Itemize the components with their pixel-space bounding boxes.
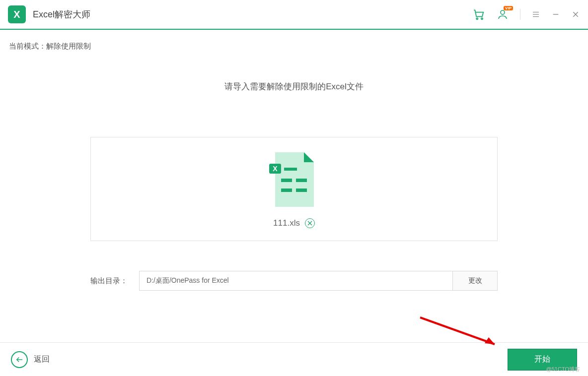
- change-button[interactable]: 更改: [453, 271, 498, 291]
- menu-icon[interactable]: [531, 10, 540, 19]
- logo-letter: X: [13, 9, 20, 20]
- svg-rect-13: [296, 188, 307, 192]
- mode-row: 当前模式：解除使用限制: [0, 30, 588, 51]
- file-name-row: 111.xls: [273, 218, 315, 228]
- watermark: @51CTO博客: [546, 366, 580, 373]
- footer: 返回 开始: [0, 342, 588, 376]
- back-arrow-icon: [11, 351, 28, 368]
- svg-rect-12: [281, 188, 292, 192]
- back-label: 返回: [34, 354, 50, 365]
- mode-label: 当前模式：: [9, 42, 46, 50]
- minimize-icon[interactable]: [551, 10, 560, 19]
- remove-file-icon[interactable]: [305, 218, 315, 228]
- svg-rect-10: [281, 179, 292, 182]
- instruction-text: 请导入需要解除使用限制的Excel文件: [0, 81, 588, 92]
- mode-value: 解除使用限制: [46, 42, 91, 50]
- app-title: Excel解密大师: [33, 8, 90, 20]
- output-path-value: D:/桌面/OnePass for Excel: [147, 276, 229, 285]
- close-icon[interactable]: [571, 10, 580, 19]
- file-name: 111.xls: [273, 218, 300, 228]
- output-path-field[interactable]: D:/桌面/OnePass for Excel: [139, 271, 453, 291]
- titlebar-controls: VIP: [472, 8, 580, 21]
- back-button[interactable]: 返回: [11, 351, 50, 368]
- titlebar: X Excel解密大师 VIP: [0, 0, 588, 30]
- svg-point-2: [501, 10, 505, 14]
- svg-rect-11: [296, 179, 307, 182]
- svg-point-1: [481, 18, 483, 19]
- user-icon[interactable]: VIP: [496, 8, 509, 21]
- svg-text:X: X: [273, 165, 278, 173]
- file-drop-zone[interactable]: X 111.xls: [90, 137, 498, 241]
- vip-badge: VIP: [504, 6, 513, 10]
- cart-icon[interactable]: [472, 8, 485, 21]
- app-logo: X: [8, 5, 26, 23]
- excel-file-icon: X: [269, 150, 319, 209]
- svg-line-19: [420, 317, 495, 344]
- divider: [520, 9, 520, 20]
- output-row: 输出目录： D:/桌面/OnePass for Excel 更改: [90, 271, 498, 291]
- svg-rect-9: [284, 168, 297, 171]
- output-label: 输出目录：: [90, 276, 130, 286]
- svg-point-0: [476, 18, 478, 19]
